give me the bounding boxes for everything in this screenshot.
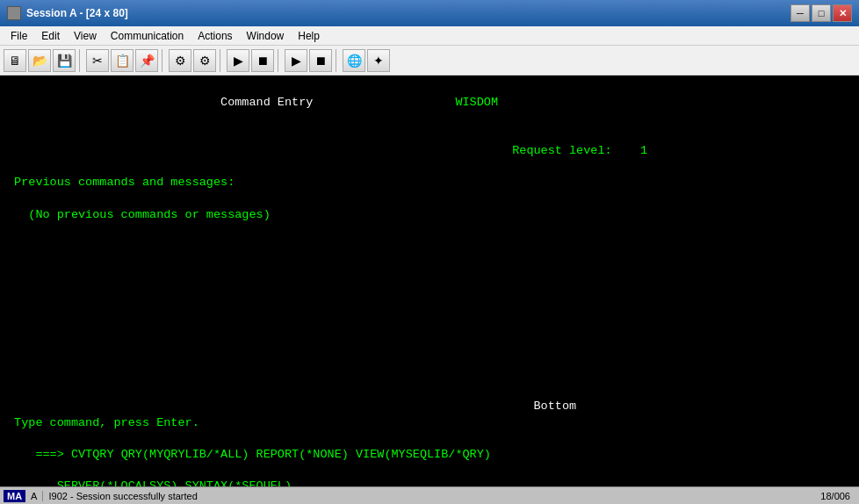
- terminal-header: Command Entry WISDOM: [7, 79, 852, 127]
- toolbar-paste[interactable]: 📌: [135, 49, 158, 72]
- menu-window[interactable]: Window: [240, 26, 292, 45]
- toolbar-special[interactable]: ✦: [367, 49, 390, 72]
- toolbar-sep2: [162, 49, 165, 72]
- menu-help[interactable]: Help: [291, 26, 327, 45]
- command-entry-label: Command Entry: [35, 96, 313, 109]
- terminal-blank10: [7, 351, 852, 367]
- title-icon: [7, 6, 21, 20]
- toolbar-open[interactable]: 📂: [28, 49, 51, 72]
- menu-file[interactable]: File: [4, 26, 34, 45]
- bottom-label: Bottom: [7, 399, 852, 414]
- no-prev-msg: (No previous commands or messages): [7, 207, 852, 223]
- minimize-button[interactable]: ─: [790, 4, 810, 22]
- menu-communication[interactable]: Communication: [104, 26, 191, 45]
- wisdom-label: WISDOM: [313, 96, 498, 109]
- toolbar-run4[interactable]: ⏹: [309, 49, 332, 72]
- terminal-blank2: [7, 223, 852, 239]
- window-controls: ─ □ ✕: [790, 4, 852, 22]
- toolbar-net[interactable]: 🌐: [343, 49, 365, 72]
- toolbar-sep5: [336, 49, 339, 72]
- title-text: Session A - [24 x 80]: [26, 7, 790, 19]
- terminal-blank5: [7, 271, 852, 287]
- terminal-blank6: [7, 287, 852, 303]
- toolbar-run3[interactable]: ▶: [285, 49, 307, 72]
- status-position: 18/006: [815, 491, 855, 501]
- status-message: I902 - Session successfully started: [43, 491, 815, 501]
- close-button[interactable]: ✕: [833, 4, 852, 22]
- toolbar-run2[interactable]: ⏹: [251, 49, 274, 72]
- toolbar-cut[interactable]: ✂: [86, 49, 109, 72]
- toolbar-new-session[interactable]: 🖥: [4, 49, 26, 72]
- statusbar: MA A I902 - Session successfully started…: [0, 486, 859, 504]
- command-prompt-line1[interactable]: ===> CVTQRY QRY(MYQRYLIB/*ALL) REPORT(*N…: [7, 431, 852, 479]
- terminal[interactable]: Command Entry WISDOM Request level: 1 Pr…: [0, 76, 859, 486]
- terminal-blank7: [7, 303, 852, 319]
- terminal-blank8: [7, 319, 852, 335]
- status-session: A: [25, 491, 43, 501]
- titlebar: Session A - [24 x 80] ─ □ ✕: [0, 0, 859, 26]
- toolbar-sep3: [220, 49, 223, 72]
- toolbar-run1[interactable]: ▶: [227, 49, 249, 72]
- status-ma-label: MA: [4, 490, 25, 502]
- terminal-request-level: Request level: 1: [7, 127, 852, 176]
- toolbar-config2[interactable]: ⚙: [193, 49, 216, 72]
- maximize-button[interactable]: □: [812, 4, 831, 22]
- command-text-1[interactable]: CVTQRY QRY(MYQRYLIB/*ALL) REPORT(*NONE) …: [71, 448, 491, 461]
- prev-commands-label: Previous commands and messages:: [7, 175, 852, 191]
- terminal-blank4: [7, 255, 852, 270]
- menu-edit[interactable]: Edit: [34, 26, 67, 45]
- type-command-label: Type command, press Enter.: [7, 415, 852, 431]
- prompt-arrow: ===>: [35, 448, 71, 461]
- toolbar-sep1: [79, 49, 83, 72]
- terminal-blank1: [7, 191, 852, 207]
- toolbar: 🖥 📂 💾 ✂ 📋 📌 ⚙ ⚙ ▶ ⏹ ▶ ⏹ 🌐 ✦: [0, 46, 859, 76]
- terminal-blank9: [7, 335, 852, 351]
- menu-view[interactable]: View: [67, 26, 104, 45]
- terminal-blank3: [7, 239, 852, 255]
- command-line2[interactable]: SERVER(*LOCALSYS) SYNTAX(*SEQUEL): [7, 479, 852, 486]
- menubar: File Edit View Communication Actions Win…: [0, 26, 859, 46]
- toolbar-config1[interactable]: ⚙: [169, 49, 191, 72]
- toolbar-copy[interactable]: 📋: [111, 49, 134, 72]
- terminal-blank11: [7, 367, 852, 383]
- menu-actions[interactable]: Actions: [191, 26, 239, 45]
- toolbar-save[interactable]: 💾: [53, 49, 76, 72]
- toolbar-sep4: [278, 49, 281, 72]
- terminal-blank12: [7, 383, 852, 399]
